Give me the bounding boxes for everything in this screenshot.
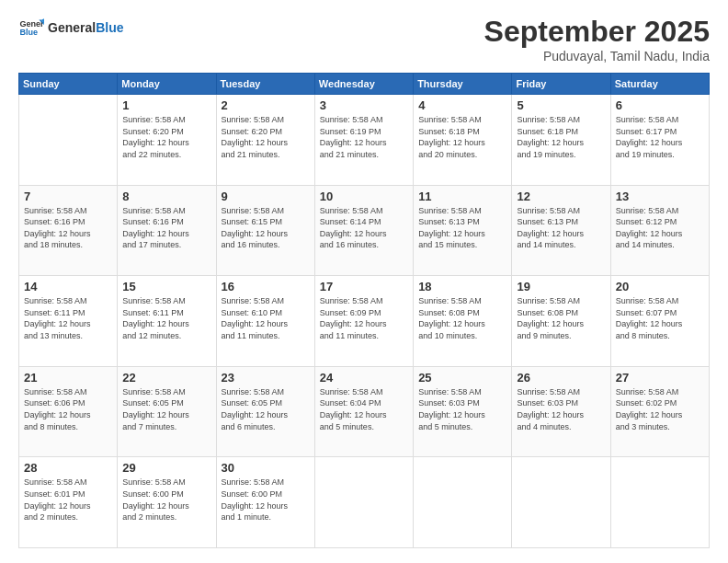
day-number: 8	[122, 190, 210, 203]
week-row-2: 7Sunrise: 5:58 AM Sunset: 6:16 PM Daylig…	[19, 185, 710, 276]
day-cell: 21Sunrise: 5:58 AM Sunset: 6:06 PM Dayli…	[19, 366, 118, 457]
week-row-1: 1Sunrise: 5:58 AM Sunset: 6:20 PM Daylig…	[19, 95, 710, 186]
day-cell: 23Sunrise: 5:58 AM Sunset: 6:05 PM Dayli…	[216, 366, 314, 457]
day-cell: 25Sunrise: 5:58 AM Sunset: 6:03 PM Dayli…	[414, 366, 512, 457]
day-info: Sunrise: 5:58 AM Sunset: 6:00 PM Dayligh…	[122, 477, 210, 523]
day-info: Sunrise: 5:58 AM Sunset: 6:08 PM Dayligh…	[517, 295, 605, 341]
day-number: 20	[616, 280, 704, 293]
day-number: 16	[222, 280, 310, 293]
day-info: Sunrise: 5:58 AM Sunset: 6:18 PM Dayligh…	[418, 114, 506, 160]
day-number: 5	[517, 98, 605, 112]
day-cell: 24Sunrise: 5:58 AM Sunset: 6:04 PM Dayli…	[314, 366, 413, 457]
day-cell: 5Sunrise: 5:58 AM Sunset: 6:18 PM Daylig…	[512, 95, 610, 186]
day-cell: 12Sunrise: 5:58 AM Sunset: 6:13 PM Dayli…	[512, 185, 610, 276]
day-cell: 30Sunrise: 5:58 AM Sunset: 6:00 PM Dayli…	[216, 457, 314, 548]
week-row-5: 28Sunrise: 5:58 AM Sunset: 6:01 PM Dayli…	[19, 457, 710, 548]
day-info: Sunrise: 5:58 AM Sunset: 6:12 PM Dayligh…	[616, 205, 704, 251]
day-info: Sunrise: 5:58 AM Sunset: 6:09 PM Dayligh…	[320, 295, 408, 341]
day-cell	[610, 457, 709, 548]
day-info: Sunrise: 5:58 AM Sunset: 6:01 PM Dayligh…	[24, 477, 112, 523]
day-cell: 1Sunrise: 5:58 AM Sunset: 6:20 PM Daylig…	[118, 95, 216, 186]
day-cell: 3Sunrise: 5:58 AM Sunset: 6:19 PM Daylig…	[314, 95, 413, 186]
col-saturday: Saturday	[610, 74, 709, 95]
day-cell: 13Sunrise: 5:58 AM Sunset: 6:12 PM Dayli…	[610, 185, 709, 276]
day-info: Sunrise: 5:58 AM Sunset: 6:16 PM Dayligh…	[24, 205, 112, 251]
logo: General Blue GeneralBlue	[18, 15, 123, 40]
day-number: 12	[517, 190, 605, 203]
day-number: 14	[24, 280, 112, 293]
day-number: 6	[616, 98, 704, 112]
day-info: Sunrise: 5:58 AM Sunset: 6:11 PM Dayligh…	[24, 295, 112, 341]
day-number: 30	[222, 461, 310, 475]
day-cell: 20Sunrise: 5:58 AM Sunset: 6:07 PM Dayli…	[610, 276, 709, 367]
day-number: 15	[122, 280, 210, 293]
day-number: 29	[122, 461, 210, 475]
day-cell: 15Sunrise: 5:58 AM Sunset: 6:11 PM Dayli…	[118, 276, 216, 367]
title-block: September 2025 Puduvayal, Tamil Nadu, In…	[484, 15, 710, 63]
day-cell: 17Sunrise: 5:58 AM Sunset: 6:09 PM Dayli…	[314, 276, 413, 367]
day-cell: 28Sunrise: 5:58 AM Sunset: 6:01 PM Dayli…	[19, 457, 118, 548]
day-cell: 18Sunrise: 5:58 AM Sunset: 6:08 PM Dayli…	[414, 276, 512, 367]
day-number: 19	[517, 280, 605, 293]
day-info: Sunrise: 5:58 AM Sunset: 6:20 PM Dayligh…	[122, 114, 210, 160]
day-info: Sunrise: 5:58 AM Sunset: 6:00 PM Dayligh…	[222, 477, 310, 523]
day-info: Sunrise: 5:58 AM Sunset: 6:03 PM Dayligh…	[517, 386, 605, 432]
day-number: 23	[222, 371, 310, 385]
col-wednesday: Wednesday	[314, 74, 413, 95]
header: General Blue GeneralBlue September 2025 …	[18, 15, 710, 63]
week-row-3: 14Sunrise: 5:58 AM Sunset: 6:11 PM Dayli…	[19, 276, 710, 367]
day-info: Sunrise: 5:58 AM Sunset: 6:16 PM Dayligh…	[122, 205, 210, 251]
day-number: 28	[24, 461, 112, 475]
day-number: 4	[418, 98, 506, 112]
day-number: 27	[616, 371, 704, 385]
day-cell	[19, 95, 118, 186]
col-friday: Friday	[512, 74, 610, 95]
day-info: Sunrise: 5:58 AM Sunset: 6:05 PM Dayligh…	[122, 386, 210, 432]
day-cell: 11Sunrise: 5:58 AM Sunset: 6:13 PM Dayli…	[414, 185, 512, 276]
day-info: Sunrise: 5:58 AM Sunset: 6:19 PM Dayligh…	[320, 114, 408, 160]
day-cell: 14Sunrise: 5:58 AM Sunset: 6:11 PM Dayli…	[19, 276, 118, 367]
day-info: Sunrise: 5:58 AM Sunset: 6:10 PM Dayligh…	[222, 295, 310, 341]
day-cell: 10Sunrise: 5:58 AM Sunset: 6:14 PM Dayli…	[314, 185, 413, 276]
header-row: Sunday Monday Tuesday Wednesday Thursday…	[19, 74, 710, 95]
day-info: Sunrise: 5:58 AM Sunset: 6:11 PM Dayligh…	[122, 295, 210, 341]
col-sunday: Sunday	[19, 74, 118, 95]
day-cell	[314, 457, 413, 548]
day-info: Sunrise: 5:58 AM Sunset: 6:15 PM Dayligh…	[222, 205, 310, 251]
day-number: 21	[24, 371, 112, 385]
day-number: 18	[418, 280, 506, 293]
day-info: Sunrise: 5:58 AM Sunset: 6:03 PM Dayligh…	[418, 386, 506, 432]
day-number: 24	[320, 371, 408, 385]
svg-text:Blue: Blue	[19, 28, 38, 37]
day-cell: 19Sunrise: 5:58 AM Sunset: 6:08 PM Dayli…	[512, 276, 610, 367]
day-cell: 6Sunrise: 5:58 AM Sunset: 6:17 PM Daylig…	[610, 95, 709, 186]
day-info: Sunrise: 5:58 AM Sunset: 6:05 PM Dayligh…	[222, 386, 310, 432]
day-info: Sunrise: 5:58 AM Sunset: 6:02 PM Dayligh…	[616, 386, 704, 432]
col-monday: Monday	[118, 74, 216, 95]
day-number: 2	[222, 98, 310, 112]
day-number: 13	[616, 190, 704, 203]
day-info: Sunrise: 5:58 AM Sunset: 6:04 PM Dayligh…	[320, 386, 408, 432]
day-number: 10	[320, 190, 408, 203]
day-cell: 16Sunrise: 5:58 AM Sunset: 6:10 PM Dayli…	[216, 276, 314, 367]
day-cell: 27Sunrise: 5:58 AM Sunset: 6:02 PM Dayli…	[610, 366, 709, 457]
day-cell: 7Sunrise: 5:58 AM Sunset: 6:16 PM Daylig…	[19, 185, 118, 276]
day-info: Sunrise: 5:58 AM Sunset: 6:14 PM Dayligh…	[320, 205, 408, 251]
day-cell: 8Sunrise: 5:58 AM Sunset: 6:16 PM Daylig…	[118, 185, 216, 276]
day-cell: 2Sunrise: 5:58 AM Sunset: 6:20 PM Daylig…	[216, 95, 314, 186]
day-cell: 29Sunrise: 5:58 AM Sunset: 6:00 PM Dayli…	[118, 457, 216, 548]
day-number: 9	[222, 190, 310, 203]
col-tuesday: Tuesday	[216, 74, 314, 95]
day-number: 17	[320, 280, 408, 293]
day-cell	[512, 457, 610, 548]
month-title: September 2025	[484, 15, 710, 49]
logo-text: GeneralBlue	[48, 20, 123, 35]
day-number: 7	[24, 190, 112, 203]
day-info: Sunrise: 5:58 AM Sunset: 6:20 PM Dayligh…	[222, 114, 310, 160]
day-info: Sunrise: 5:58 AM Sunset: 6:08 PM Dayligh…	[418, 295, 506, 341]
calendar-table: Sunday Monday Tuesday Wednesday Thursday…	[18, 73, 710, 548]
day-cell: 4Sunrise: 5:58 AM Sunset: 6:18 PM Daylig…	[414, 95, 512, 186]
day-cell: 22Sunrise: 5:58 AM Sunset: 6:05 PM Dayli…	[118, 366, 216, 457]
col-thursday: Thursday	[414, 74, 512, 95]
day-number: 22	[122, 371, 210, 385]
